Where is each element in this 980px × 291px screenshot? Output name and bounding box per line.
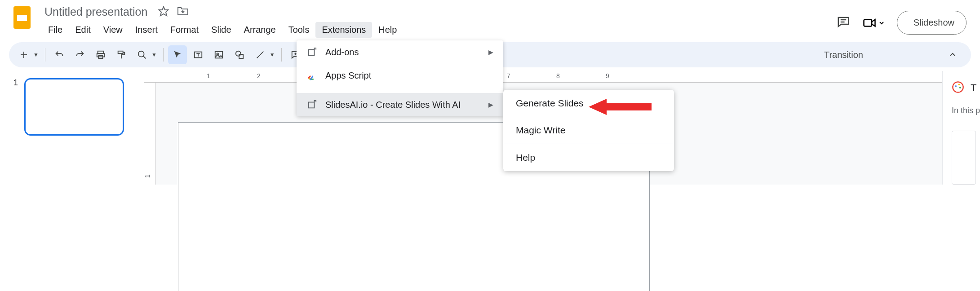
- addon-icon: [306, 99, 317, 110]
- addons-menu-item[interactable]: Add-ons ▶: [297, 40, 503, 64]
- line-dropdown-icon[interactable]: ▼: [270, 52, 275, 58]
- menu-help[interactable]: Help: [372, 22, 403, 38]
- insert-image-button[interactable]: [209, 45, 228, 64]
- redo-button[interactable]: [71, 45, 89, 64]
- slidesai-label: SlidesAI.io - Create Slides With AI: [325, 100, 461, 110]
- apps-script-label: Apps Script: [325, 71, 371, 81]
- annotation-arrow-icon: [589, 98, 652, 118]
- menu-file[interactable]: File: [42, 22, 69, 38]
- zoom-dropdown-icon[interactable]: ▼: [151, 52, 157, 58]
- extensions-dropdown: Add-ons ▶ Apps Script SlidesAI.io - Crea…: [297, 40, 503, 116]
- present-camera-group[interactable]: [863, 16, 884, 30]
- print-button[interactable]: [91, 45, 110, 64]
- menu-view[interactable]: View: [97, 22, 129, 38]
- addon-icon: [306, 47, 317, 57]
- menu-bar: File Edit View Insert Format Slide Arran…: [42, 22, 837, 38]
- svg-marker-30: [589, 99, 652, 115]
- title-area: Untitled presentation File Edit View Ins…: [42, 4, 837, 38]
- header: Untitled presentation File Edit View Ins…: [0, 0, 980, 38]
- chevron-right-icon: ▶: [488, 48, 493, 56]
- apps-script-menu-item[interactable]: Apps Script: [297, 64, 503, 87]
- paint-format-button[interactable]: [112, 45, 131, 64]
- menu-arrange[interactable]: Arrange: [238, 22, 282, 38]
- chevron-right-icon: ▶: [488, 101, 493, 108]
- zoom-button[interactable]: [133, 45, 151, 64]
- horizontal-ruler[interactable]: 1 2 7 8 9: [144, 71, 942, 83]
- themes-subtitle-fragment: In this pr: [952, 106, 980, 115]
- addons-label: Add-ons: [325, 47, 359, 57]
- ruler-tick: 1: [144, 174, 151, 178]
- comment-history-icon[interactable]: [837, 15, 850, 31]
- separator: [281, 48, 282, 62]
- select-tool-button[interactable]: [168, 45, 187, 64]
- svg-rect-17: [215, 52, 223, 58]
- header-right: Slideshow: [837, 11, 967, 35]
- document-title[interactable]: Untitled presentation: [42, 4, 150, 19]
- new-slide-button[interactable]: [14, 45, 33, 64]
- svg-point-24: [953, 82, 963, 92]
- slide-number: 1: [13, 78, 18, 185]
- slide-panel: 1: [0, 71, 144, 185]
- svg-point-27: [959, 87, 961, 88]
- move-to-folder-icon[interactable]: [177, 6, 189, 18]
- shape-button[interactable]: [230, 45, 249, 64]
- ruler-tick: 1: [207, 72, 210, 79]
- theme-thumbnail[interactable]: [952, 131, 976, 185]
- slidesai-menu-item[interactable]: SlidesAI.io - Create Slides With AI ▶: [297, 93, 503, 116]
- chevron-up-icon: [949, 51, 957, 59]
- transition-label: Transition: [824, 50, 863, 60]
- svg-rect-1: [17, 15, 27, 21]
- ruler-tick: 8: [556, 72, 560, 79]
- star-icon[interactable]: [158, 6, 169, 18]
- svg-rect-28: [309, 50, 315, 56]
- apps-script-icon: [306, 70, 317, 81]
- themes-title-fragment: T: [971, 82, 976, 94]
- menu-edit[interactable]: Edit: [69, 22, 97, 38]
- svg-line-13: [143, 56, 146, 59]
- transition-button[interactable]: Transition: [815, 47, 966, 63]
- svg-point-19: [236, 51, 241, 56]
- separator: [45, 48, 45, 62]
- slidesai-help-item[interactable]: Help: [503, 144, 674, 171]
- text-box-button[interactable]: [189, 45, 208, 64]
- svg-line-21: [257, 52, 263, 58]
- title-row: Untitled presentation: [42, 4, 837, 19]
- new-slide-dropdown-icon[interactable]: ▼: [33, 52, 39, 58]
- svg-rect-29: [309, 102, 315, 108]
- svg-point-26: [958, 84, 960, 85]
- svg-marker-2: [159, 7, 168, 16]
- themes-panel: T In this pr: [942, 71, 980, 185]
- slide-thumbnail[interactable]: [24, 78, 124, 136]
- svg-rect-5: [864, 19, 872, 26]
- menu-insert[interactable]: Insert: [129, 22, 164, 38]
- ruler-tick: 2: [257, 72, 261, 79]
- ruler-tick: 7: [507, 72, 510, 79]
- menu-tools[interactable]: Tools: [282, 22, 316, 38]
- svg-rect-20: [239, 54, 243, 58]
- menu-slide[interactable]: Slide: [205, 22, 237, 38]
- svg-point-25: [955, 85, 957, 87]
- line-button[interactable]: [251, 45, 270, 64]
- slides-logo-icon[interactable]: [9, 4, 35, 31]
- magic-write-item[interactable]: Magic Write: [503, 117, 674, 144]
- menu-format[interactable]: Format: [164, 22, 205, 38]
- slideshow-button[interactable]: Slideshow: [897, 11, 967, 35]
- menu-extensions[interactable]: Extensions: [315, 22, 372, 38]
- svg-point-12: [138, 51, 144, 57]
- separator: [163, 48, 164, 62]
- ruler-tick: 9: [606, 72, 609, 79]
- separator: [297, 90, 503, 90]
- chevron-down-icon[interactable]: [879, 20, 884, 26]
- svg-rect-11: [118, 51, 123, 54]
- vertical-ruler[interactable]: 1: [144, 83, 155, 185]
- undo-button[interactable]: [50, 45, 69, 64]
- theme-palette-icon[interactable]: [952, 81, 964, 95]
